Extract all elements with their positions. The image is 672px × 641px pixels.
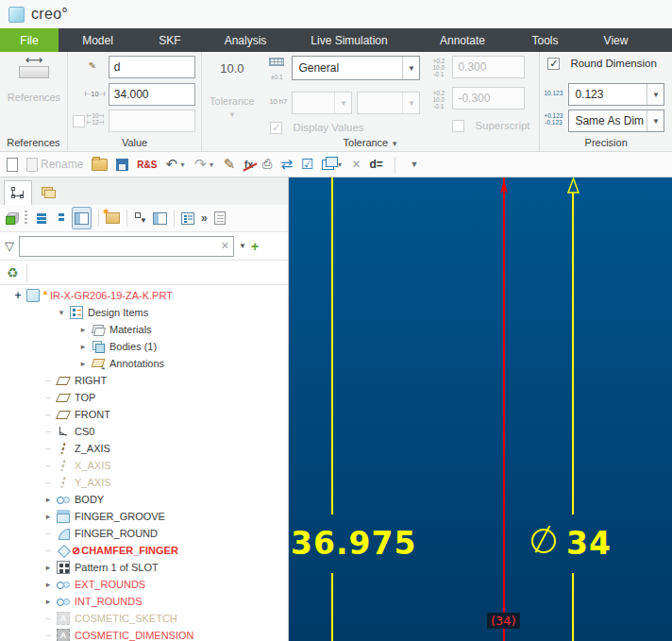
more-tools-button[interactable]: » (201, 211, 208, 225)
tree-item-ext-rounds[interactable]: ▸ EXT_ROUNDS (0, 576, 288, 593)
lower-tolerance-input[interactable] (452, 87, 525, 110)
tree-item-finger-round[interactable]: – FINGER_ROUND (0, 525, 288, 542)
folder-browser-tab[interactable] (35, 180, 63, 205)
tree-item-finger-groove[interactable]: ▸ FINGER_GROOVE (0, 508, 288, 525)
tree-item-cosmetic-dimension[interactable]: – COSMETIC_DIMENSION (0, 627, 288, 641)
tree-item-body[interactable]: ▸ BODY (0, 491, 288, 508)
diameter-dimension-text[interactable]: 34 (566, 528, 612, 559)
toolbar-overflow-button[interactable]: ▼ (409, 155, 419, 174)
expand-arrow-icon[interactable]: ▸ (42, 597, 55, 606)
tree-item-design-items[interactable]: ▾ Design Items (0, 304, 288, 321)
tab-skf[interactable]: SKF (137, 28, 203, 52)
tolerance-precision-dropdown[interactable]: Same As Dim ▼ (568, 110, 664, 132)
no-regen-button[interactable]: fx (244, 155, 254, 174)
dimension-display-button[interactable]: d= (369, 155, 382, 174)
expand-all-button[interactable] (34, 208, 46, 228)
superscript-checkbox[interactable] (452, 120, 464, 132)
redo-button[interactable]: ↷▼ (194, 155, 215, 174)
model-tree-tab[interactable] (4, 180, 32, 205)
verify-button[interactable]: ☑ (301, 155, 313, 174)
chevron-down-icon[interactable]: ▼ (647, 110, 664, 131)
print-button[interactable]: ⎙ (262, 155, 272, 174)
tab-live-simulation[interactable]: Live Simulation (288, 28, 411, 52)
clear-search-icon[interactable]: ✕ (221, 240, 233, 252)
collapse-arrow-icon[interactable]: ▾ (55, 308, 68, 317)
save-button[interactable] (116, 155, 128, 174)
model-options-button[interactable]: ⇄ (280, 155, 293, 174)
display-values-checkbox[interactable] (270, 122, 282, 134)
regen-status-button[interactable]: R&S (137, 155, 157, 174)
dual-dimension-checkbox[interactable] (73, 115, 85, 127)
expand-plus-icon[interactable]: + (11, 289, 25, 302)
fit-deviation-dropdown[interactable]: ▼ (357, 92, 420, 114)
tree-columns-button[interactable] (72, 207, 92, 229)
chevron-down-icon[interactable]: ▼ (647, 84, 664, 105)
style-tree-button[interactable] (181, 208, 194, 228)
dimension-value-input[interactable] (109, 83, 195, 106)
toolbar-drag-handle[interactable] (25, 211, 27, 226)
windows-button[interactable]: ▼ (322, 155, 343, 174)
extension-line-left[interactable] (331, 573, 333, 641)
chevron-down-icon[interactable]: ▼ (402, 57, 419, 79)
tree-item-materials[interactable]: ▸ Materials (0, 321, 288, 338)
tab-tools[interactable]: Tools (514, 28, 576, 52)
round-dimension-checkbox[interactable] (547, 58, 560, 70)
tree-filters-button[interactable] (134, 208, 146, 228)
expand-arrow-icon[interactable]: ▸ (76, 325, 90, 334)
tree-columns-settings-button[interactable] (153, 208, 167, 228)
tree-item-int-rounds[interactable]: ▸ INT_ROUNDS (0, 593, 288, 610)
fit-class-dropdown[interactable]: ▼ (292, 92, 352, 114)
references-button[interactable]: ⟷ References (6, 56, 62, 124)
tree-item-right-plane[interactable]: – RIGHT (0, 372, 288, 389)
expand-arrow-icon[interactable]: ▸ (42, 580, 55, 589)
expand-arrow-icon[interactable]: ▸ (42, 512, 55, 521)
tab-view[interactable]: View (576, 28, 656, 52)
reference-dimension-tag[interactable]: (34) (487, 613, 520, 629)
tree-search-input[interactable] (20, 241, 221, 252)
refresh-tree-icon[interactable]: ♻ (7, 265, 19, 280)
tree-item-x-axis[interactable]: – X_AXIS (0, 457, 288, 474)
tree-item-y-axis[interactable]: – Y_AXIS (0, 474, 288, 491)
tree-item-bodies[interactable]: ▸ Bodies (1) (0, 338, 288, 355)
tree-item-chamfer-finger[interactable]: – ⊘ CHAMFER_FINGER (0, 542, 288, 559)
tree-item-part[interactable]: + ▲ IR-X-GR206-19-ZA-K.PRT (0, 287, 288, 304)
tree-item-pattern-slot[interactable]: ▸ Pattern 1 of SLOT (0, 559, 288, 576)
open-file-button[interactable] (92, 155, 108, 174)
tree-item-annotations[interactable]: ▸ Annotations (0, 355, 288, 372)
add-filter-button[interactable]: + (251, 239, 259, 254)
regenerate-button[interactable]: ✎ (224, 155, 236, 174)
collapse-all-button[interactable] (53, 208, 65, 228)
show-button[interactable] (6, 208, 18, 228)
tree-item-front-plane[interactable]: – FRONT (0, 406, 288, 423)
graphics-area[interactable]: 36.975 34 (34) (289, 177, 672, 641)
close-window-button[interactable]: ✕ (351, 155, 361, 174)
dual-value-input[interactable] (109, 110, 195, 132)
search-options-dropdown[interactable]: ▼ (239, 242, 246, 250)
tree-settings-button[interactable] (214, 208, 226, 228)
tree-item-top-plane[interactable]: – TOP (0, 389, 288, 406)
dimension-value-text[interactable]: 36.975 (291, 528, 416, 559)
tab-file[interactable]: File (0, 28, 59, 52)
rename-button[interactable]: Rename (26, 155, 83, 174)
centerline[interactable] (503, 177, 505, 641)
tree-item-cosmetic-sketch[interactable]: – COSMETIC_SKETCH (0, 610, 288, 627)
dimension-line-right[interactable] (572, 573, 574, 641)
tolerance-mode-dropdown[interactable]: General ▼ (292, 56, 420, 80)
tree-item-z-axis[interactable]: – Z_AXIS (0, 440, 288, 457)
dimension-line-right[interactable] (572, 193, 574, 514)
dimension-name-input[interactable] (109, 56, 195, 78)
expand-arrow-icon[interactable]: ▸ (42, 563, 55, 572)
expand-arrow-icon[interactable]: ▸ (76, 342, 90, 351)
extension-line-left[interactable] (331, 177, 333, 514)
decimal-places-dropdown[interactable]: 0.123 ▼ (568, 83, 664, 106)
favorites-button[interactable] (106, 208, 120, 228)
upper-tolerance-input[interactable] (452, 56, 525, 78)
tree-item-cs0[interactable]: – CS0 (0, 423, 288, 440)
tab-annotate[interactable]: Annotate (411, 28, 514, 52)
expand-arrow-icon[interactable]: ▸ (42, 495, 55, 504)
expand-arrow-icon[interactable]: ▸ (76, 359, 90, 368)
undo-button[interactable]: ↶▼ (165, 155, 186, 174)
tab-model[interactable]: Model (59, 28, 137, 52)
new-file-button[interactable] (7, 155, 18, 174)
tab-analysis[interactable]: Analysis (203, 28, 288, 52)
